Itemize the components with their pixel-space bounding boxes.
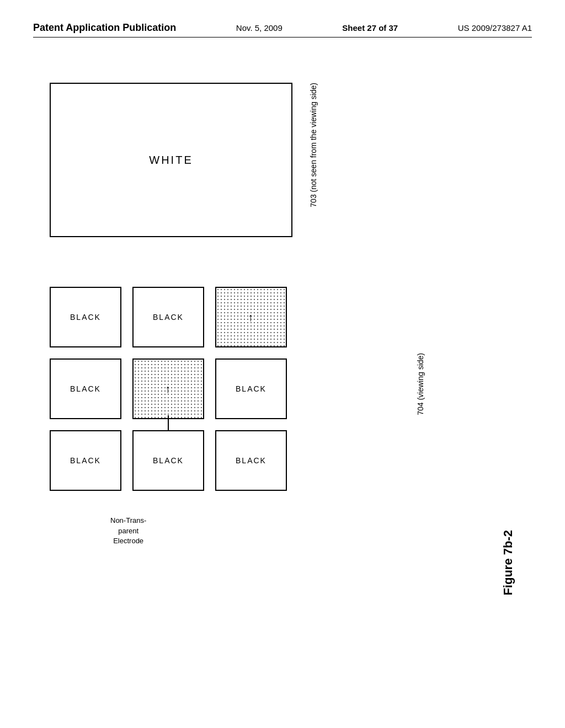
publication-title: Patent Application Publication xyxy=(33,22,176,34)
electrode-label: Non-Trans-parentElectrode xyxy=(110,516,146,546)
cell-label-1-2: BLACK xyxy=(236,384,266,393)
cell-1-1: ↑ xyxy=(132,358,204,419)
cell-0-0: BLACK xyxy=(50,287,121,347)
cell-label-0-0: BLACK xyxy=(70,313,101,322)
cell-label-0-1: BLACK xyxy=(153,313,184,322)
arrow-0-2: ↑ xyxy=(248,311,254,324)
patent-number: US 2009/273827 A1 xyxy=(458,23,532,33)
sheet-number: Sheet 27 of 37 xyxy=(342,23,398,33)
cell-label-2-1: BLACK xyxy=(153,456,184,465)
arrow-1-1: ↑ xyxy=(165,383,172,395)
cell-0-1: BLACK xyxy=(132,287,204,347)
cell-1-2: BLACK xyxy=(215,358,287,419)
figure-label: Figure 7b-2 xyxy=(501,530,515,596)
content-area: WHITE 703 (not seen from the viewing sid… xyxy=(33,50,532,706)
bottom-diagram: BLACK BLACK ↑ BLACK ↑ xyxy=(50,287,381,496)
top-diagram: WHITE xyxy=(50,83,315,237)
label-703: 703 (not seen from the viewing side) xyxy=(309,83,381,207)
cell-2-0: BLACK xyxy=(50,430,121,491)
arrow-icon-1-1: ↑ xyxy=(165,383,172,395)
cell-label-2-0: BLACK xyxy=(70,456,101,465)
cell-0-2: ↑ xyxy=(215,287,287,347)
white-label: WHITE xyxy=(149,154,193,167)
cell-2-2: BLACK xyxy=(215,430,287,491)
cell-label-2-2: BLACK xyxy=(236,456,266,465)
grid-wrapper: BLACK BLACK ↑ BLACK ↑ xyxy=(50,287,326,496)
arrow-icon-0-2: ↑ xyxy=(248,311,254,324)
label-704: 704 (viewing side) xyxy=(416,353,425,415)
white-box: WHITE xyxy=(50,83,292,237)
cell-label-1-0: BLACK xyxy=(70,384,101,393)
cell-1-0: BLACK xyxy=(50,358,121,419)
page-header: Patent Application Publication Nov. 5, 2… xyxy=(33,22,532,38)
cell-2-1: BLACK xyxy=(132,430,204,491)
publication-date: Nov. 5, 2009 xyxy=(236,23,282,33)
